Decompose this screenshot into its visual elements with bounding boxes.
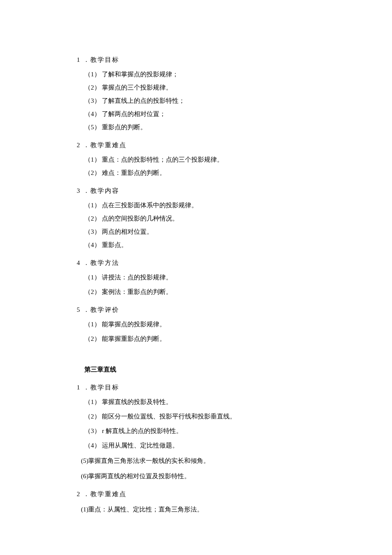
section-heading: 2 ．教学重难点 — [77, 140, 320, 150]
section-group: 4 ．教学方法 （1） 讲授法：点的投影规律。 （2） 案例法：重影点的判断。 — [77, 258, 320, 297]
list-item: （2） 点的空间投影的几种情况。 — [77, 213, 320, 224]
list-item: （1） 掌握直线的投影及特性。 — [77, 397, 320, 407]
section-group: 2 ．教学重难点 （1） 重点：点的投影特性；点的三个投影规律。 （2） 难点：… — [77, 140, 320, 178]
section-group: 2 ．教学重难点 (1)重点：从属性、定比性；直角三角形法。 — [77, 489, 320, 514]
list-item: （4） 重影点。 — [77, 240, 320, 250]
list-item: （2） 案例法：重影点的判断。 — [77, 287, 320, 297]
list-item: （2） 能区分一般位置线、投影平行线和投影垂直线。 — [77, 411, 320, 421]
list-item: （3） 两点的相对位置。 — [77, 227, 320, 237]
list-item: （2） 掌握点的三个投影规律。 — [77, 82, 320, 93]
list-item: （3） 了解直线上的点的投影特性； — [77, 96, 320, 106]
list-item: （4） 运用从属性、定比性做题。 — [77, 440, 320, 450]
section-group: 1 ．教学目标 （1） 了解和掌握点的投影规律； （2） 掌握点的三个投影规律。… — [77, 55, 320, 132]
list-item: （1） 讲授法：点的投影规律。 — [77, 272, 320, 282]
list-item: （1） 重点：点的投影特性；点的三个投影规律。 — [77, 154, 320, 165]
section-heading: 4 ．教学方法 — [77, 258, 320, 268]
section-heading: 1 ．教学目标 — [77, 382, 320, 392]
list-item: (6)掌握两直线的相对位置及投影特性。 — [77, 471, 320, 481]
section-heading: 5 ．教学评价 — [77, 305, 320, 315]
section-heading: 2 ．教学重难点 — [77, 489, 320, 499]
chapter-title: 第三章直线 — [77, 364, 320, 375]
list-item: （4） 了解两点的相对位置； — [77, 109, 320, 119]
section-heading: 3 ．教学内容 — [77, 186, 320, 196]
list-item: （1） 能掌握点的投影规律。 — [77, 319, 320, 329]
list-item: （1） 了解和掌握点的投影规律； — [77, 69, 320, 79]
list-item: （2） 难点：重影点的判断。 — [77, 168, 320, 178]
section-group: 5 ．教学评价 （1） 能掌握点的投影规律。 （2） 能掌握重影点的判断。 — [77, 305, 320, 344]
section-group: 3 ．教学内容 （1） 点在三投影面体系中的投影规律。 （2） 点的空间投影的几… — [77, 186, 320, 250]
list-item: （5） 重影点的判断。 — [77, 122, 320, 132]
list-item: （2） 能掌握重影点的判断。 — [77, 334, 320, 344]
list-item: （1） 点在三投影面体系中的投影规律。 — [77, 200, 320, 210]
list-item: (1)重点：从属性、定比性；直角三角形法。 — [77, 504, 320, 514]
list-item: （3） r 解直线上的点的投影特性。 — [77, 426, 320, 436]
section-group: 1 ．教学目标 （1） 掌握直线的投影及特性。 （2） 能区分一般位置线、投影平… — [77, 382, 320, 481]
section-heading: 1 ．教学目标 — [77, 55, 320, 65]
list-item: (5)掌握直角三角形法求一般线的实长和倾角。 — [77, 456, 320, 466]
